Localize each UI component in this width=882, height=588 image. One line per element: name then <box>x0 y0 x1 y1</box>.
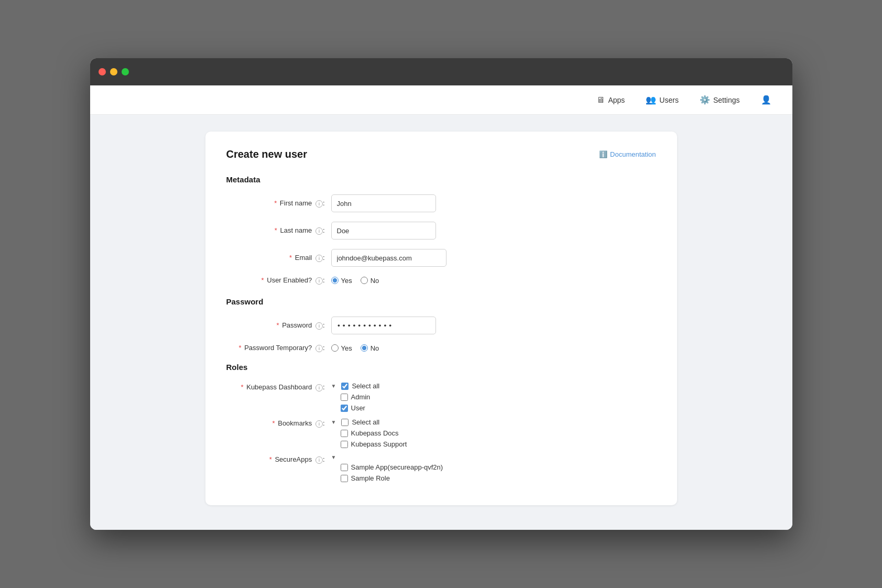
minimize-button[interactable] <box>110 68 117 75</box>
secure-apps-info-icon[interactable]: i <box>315 456 323 464</box>
bookmarks-group: * Bookmarks i: ▼ Select all <box>226 418 656 448</box>
bookmarks-info-icon[interactable]: i <box>315 420 323 428</box>
email-label: * Email i: <box>226 254 331 262</box>
apps-icon: 🖥 <box>596 95 605 105</box>
nav-settings-label: Settings <box>713 96 740 104</box>
bookmarks-select-all-checkbox[interactable] <box>341 419 349 426</box>
first-name-input[interactable] <box>331 194 436 212</box>
kubepass-docs-checkbox[interactable] <box>341 430 348 437</box>
kubepass-dashboard-select-all-checkbox[interactable] <box>341 383 349 390</box>
user-enabled-no-label[interactable]: No <box>361 277 379 285</box>
email-row: * Email i: <box>226 249 656 267</box>
kubepass-support-checkbox[interactable] <box>341 441 348 448</box>
sample-role-checkbox[interactable] <box>341 475 348 482</box>
admin-checkbox-label[interactable]: Admin <box>341 393 380 401</box>
main-content: Create new user ℹ️ Documentation Metadat… <box>90 115 792 530</box>
user-enabled-label: * User Enabled? i: <box>226 276 331 285</box>
required-star: * <box>274 199 277 207</box>
user-enabled-no-radio[interactable] <box>361 277 368 284</box>
secure-apps-select-all-row: ▼ <box>331 454 443 460</box>
secure-apps-group: * SecureApps i: ▼ Sample App(secureapp-q… <box>226 454 656 482</box>
kubepass-dashboard-collapse-arrow[interactable]: ▼ <box>331 383 336 389</box>
last-name-info-icon[interactable]: i <box>315 227 323 235</box>
metadata-section: Metadata * First name i: * <box>226 175 656 285</box>
password-temporary-label: * Password Temporary? i: <box>226 344 331 352</box>
kubepass-docs-checkbox-label[interactable]: Kubepass Docs <box>341 429 407 437</box>
users-icon: 👥 <box>646 95 656 105</box>
required-star: * <box>241 383 244 391</box>
kubepass-dashboard-select-all-row: ▼ Select all <box>331 382 380 390</box>
kubepass-dashboard-select-all-label[interactable]: Select all <box>352 382 379 390</box>
first-name-label: * First name i: <box>226 199 331 208</box>
last-name-label: * Last name i: <box>226 226 331 235</box>
kubepass-dashboard-controls: ▼ Select all Admin <box>331 382 380 412</box>
kubepass-dashboard-label: * Kubepass Dashboard i: <box>226 382 331 391</box>
titlebar <box>90 58 792 85</box>
password-label: * Password i: <box>226 321 331 330</box>
password-info-icon[interactable]: i <box>315 322 323 330</box>
kubepass-dashboard-info-icon[interactable]: i <box>315 384 323 391</box>
roles-section: Roles * Kubepass Dashboard i: ▼ <box>226 363 656 482</box>
secure-apps-label: * SecureApps i: <box>226 454 331 464</box>
required-star: * <box>275 226 277 234</box>
bookmarks-label: * Bookmarks i: <box>226 418 331 428</box>
form-container: Create new user ℹ️ Documentation Metadat… <box>205 132 677 505</box>
page-header: Create new user ℹ️ Documentation <box>226 148 656 160</box>
required-star: * <box>289 254 292 262</box>
bookmarks-controls: ▼ Select all Kubepass Docs <box>331 418 407 448</box>
page-title: Create new user <box>226 148 308 160</box>
nav-item-apps[interactable]: 🖥 Apps <box>592 92 629 108</box>
sample-role-checkbox-label[interactable]: Sample Role <box>341 474 443 482</box>
roles-section-title: Roles <box>226 363 656 372</box>
nav-item-settings[interactable]: ⚙️ Settings <box>695 92 744 108</box>
first-name-info-icon[interactable]: i <box>315 200 323 208</box>
password-input[interactable] <box>331 317 436 334</box>
documentation-link[interactable]: ℹ️ Documentation <box>599 150 656 158</box>
traffic-lights <box>99 68 129 75</box>
close-button[interactable] <box>99 68 106 75</box>
secure-apps-collapse-arrow[interactable]: ▼ <box>331 454 336 460</box>
nav-item-account[interactable]: 👤 <box>757 92 776 108</box>
user-enabled-row: * User Enabled? i: Yes No <box>226 276 656 285</box>
secure-apps-controls: ▼ Sample App(secureapp-qvf2n) Sample Rol… <box>331 454 443 482</box>
email-info-icon[interactable]: i <box>315 255 323 262</box>
browser-content: 🖥 Apps 👥 Users ⚙️ Settings 👤 <box>90 85 792 530</box>
bookmarks-select-all-row: ▼ Select all <box>331 418 407 426</box>
navbar: 🖥 Apps 👥 Users ⚙️ Settings 👤 <box>90 85 792 115</box>
password-row: * Password i: <box>226 317 656 334</box>
required-star: * <box>238 344 241 352</box>
password-section-title: Password <box>226 297 656 306</box>
email-input[interactable] <box>331 249 447 267</box>
first-name-row: * First name i: <box>226 194 656 212</box>
required-star: * <box>273 419 275 427</box>
nav-item-users[interactable]: 👥 Users <box>641 92 683 108</box>
user-enabled-yes-radio[interactable] <box>331 277 339 284</box>
kubepass-dashboard-group: * Kubepass Dashboard i: ▼ Select all <box>226 382 656 412</box>
kubepass-support-checkbox-label[interactable]: Kubepass Support <box>341 440 407 448</box>
maximize-button[interactable] <box>122 68 129 75</box>
required-star: * <box>262 276 264 284</box>
password-temporary-no-radio[interactable] <box>361 344 368 352</box>
user-checkbox[interactable] <box>341 405 348 412</box>
password-temporary-radio-group: Yes No <box>331 344 379 352</box>
sample-app-checkbox[interactable] <box>341 464 348 471</box>
password-temporary-yes-radio[interactable] <box>331 344 339 352</box>
user-enabled-yes-label[interactable]: Yes <box>331 277 352 285</box>
user-checkbox-label[interactable]: User <box>341 404 380 412</box>
admin-checkbox[interactable] <box>341 394 348 401</box>
nav-apps-label: Apps <box>608 96 625 104</box>
sample-app-checkbox-label[interactable]: Sample App(secureapp-qvf2n) <box>341 463 443 471</box>
user-enabled-info-icon[interactable]: i <box>315 277 323 285</box>
bookmarks-select-all-label[interactable]: Select all <box>352 418 379 426</box>
password-temporary-yes-label[interactable]: Yes <box>331 344 352 352</box>
bookmarks-collapse-arrow[interactable]: ▼ <box>331 419 336 425</box>
documentation-label: Documentation <box>610 150 656 158</box>
nav-users-label: Users <box>659 96 679 104</box>
password-section: Password * Password i: * <box>226 297 656 352</box>
last-name-input[interactable] <box>331 222 436 239</box>
password-temporary-info-icon[interactable]: i <box>315 345 323 352</box>
password-temporary-row: * Password Temporary? i: Yes No <box>226 344 656 352</box>
metadata-section-title: Metadata <box>226 175 656 184</box>
settings-icon: ⚙️ <box>700 95 710 105</box>
password-temporary-no-label[interactable]: No <box>361 344 379 352</box>
